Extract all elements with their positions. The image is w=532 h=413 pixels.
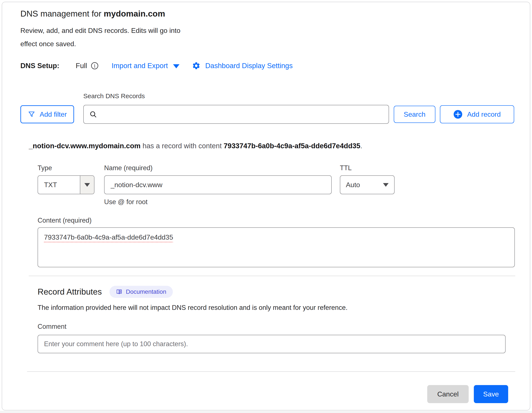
type-select-arrow-zone[interactable] [80,176,94,194]
save-button[interactable]: Save [474,385,508,403]
comment-input[interactable] [38,335,506,353]
search-icon [89,110,97,118]
page-subtitle: Review, add, and edit DNS records. Edits… [20,24,194,51]
add-record-label: Add record [467,110,501,118]
dashboard-display-settings-link[interactable]: Dashboard Display Settings [192,61,293,70]
ttl-select[interactable]: Auto [340,175,395,194]
page-background-strip [0,411,532,413]
info-icon[interactable]: i [91,62,99,70]
record-attributes-heading: Record Attributes [38,287,102,296]
type-select-value: TXT [38,181,80,189]
search-input[interactable] [83,105,389,124]
plus-circle-icon [453,110,462,119]
search-row: Add filter Search Add record [20,104,514,124]
dashboard-display-settings-label: Dashboard Display Settings [205,62,293,70]
name-field: Name (required) Use @ for root [104,164,332,206]
chevron-down-icon [173,64,180,68]
notice-middle-text: has a record with content [141,142,224,150]
dns-setup-row: DNS Setup: Full i Import and Export Dash… [20,61,293,71]
import-export-link[interactable]: Import and Export [112,62,180,70]
notice-record-content: 7933747b-6a0b-4c9a-af5a-dde6d7e4dd35 [224,142,361,150]
add-filter-label: Add filter [40,110,67,118]
notice-record-name: _notion-dcv.www.mydomain.com [29,142,141,150]
search-input-wrap [83,105,389,124]
content-label: Content (required) [38,216,515,225]
page-title-domain: mydomain.com [104,9,165,18]
type-label: Type [38,164,95,173]
comment-label: Comment [38,323,515,331]
chevron-down-icon [383,183,389,187]
header: DNS management for mydomain.com Review, … [20,9,194,51]
search-button[interactable]: Search [394,106,435,123]
import-export-label: Import and Export [112,62,168,70]
search-dns-records-label: Search DNS Records [83,92,145,100]
add-record-button[interactable]: Add record [440,105,514,123]
footer-actions: Cancel Save [427,385,508,403]
ttl-field: TTL Auto [340,164,395,194]
cancel-button[interactable]: Cancel [427,385,469,403]
record-attributes-heading-row: Record Attributes Documentation [38,286,515,298]
notice-suffix: . [360,142,362,150]
documentation-label: Documentation [126,288,166,295]
content-field: Content (required) 7933747b-6a0b-4c9a-af… [38,216,515,267]
type-field: Type TXT [38,164,95,194]
page-title: DNS management for mydomain.com [20,9,194,19]
record-attributes-section: Record Attributes Documentation The info… [38,286,515,353]
dns-setup-value: Full [76,62,87,70]
gear-icon [192,61,200,70]
ttl-label: TTL [340,164,395,173]
section-divider [29,276,515,276]
documentation-link[interactable]: Documentation [109,286,173,298]
dns-management-panel: DNS management for mydomain.com Review, … [2,2,530,410]
content-value: 7933747b-6a0b-4c9a-af5a-dde6d7e4dd35 [44,233,173,241]
add-filter-button[interactable]: Add filter [20,105,74,123]
ttl-select-value: Auto [346,181,360,189]
name-label: Name (required) [104,164,332,173]
book-icon [116,289,122,295]
chevron-down-icon [84,183,90,187]
content-textarea[interactable]: 7933747b-6a0b-4c9a-af5a-dde6d7e4dd35 [38,227,515,267]
svg-text:i: i [94,63,95,69]
record-exists-notice: _notion-dcv.www.mydomain.com has a recor… [29,142,362,150]
record-attributes-description: The information provided here will not i… [38,304,515,312]
record-form-row: Type TXT Name (required) Use @ for root … [38,164,395,206]
name-input[interactable] [104,175,332,194]
page-title-prefix: DNS management for [20,9,104,18]
dns-setup-label: DNS Setup: [20,62,59,70]
filter-funnel-icon [28,110,35,118]
footer-divider [27,371,515,372]
type-select[interactable]: TXT [38,175,95,194]
name-hint: Use @ for root [104,198,332,206]
